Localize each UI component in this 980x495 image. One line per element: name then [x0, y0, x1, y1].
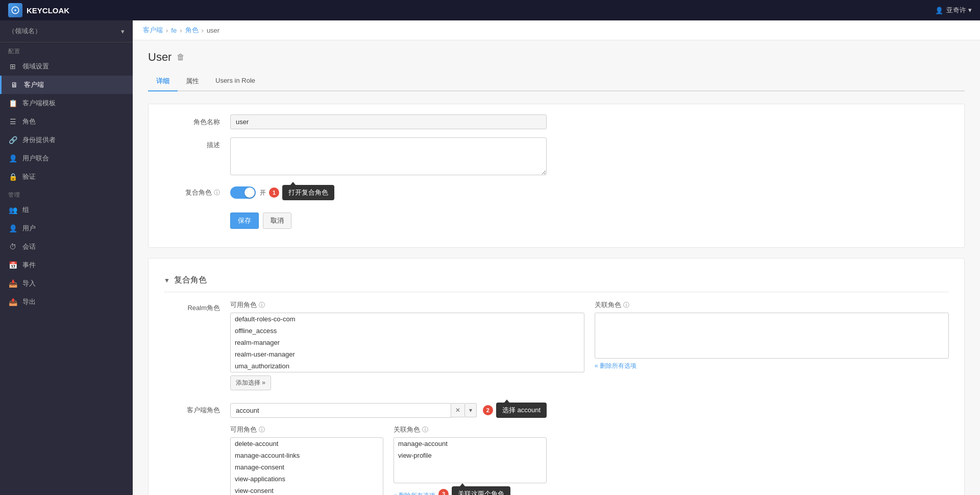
list-item[interactable]: view-applications: [231, 473, 383, 485]
client-associated-roles-list[interactable]: manage-account view-profile: [394, 437, 547, 483]
list-item[interactable]: delete-account: [231, 438, 383, 450]
sidebar-item-realm-settings[interactable]: ⊞ 领域设置: [0, 57, 133, 76]
composite-role-field: 开 1 打开复合角色: [230, 185, 547, 200]
list-item[interactable]: offline_access: [231, 325, 584, 337]
client-remove-all-button[interactable]: « 删除所有选项: [394, 491, 435, 496]
sidebar-item-roles[interactable]: ☰ 角色: [0, 112, 133, 131]
role-name-field: [230, 114, 547, 129]
breadcrumb-clients[interactable]: 客户端: [143, 26, 163, 35]
save-button[interactable]: 保存: [230, 213, 259, 229]
list-item[interactable]: manage-account-links: [231, 450, 383, 461]
user-menu[interactable]: 👤 亚奇许 ▾: [935, 6, 972, 15]
client-roles-content: ✕ ▾ 2 选择 account: [230, 403, 949, 495]
list-item[interactable]: manage-consent: [231, 461, 383, 473]
settings-icon: ⊞: [8, 62, 17, 70]
client-selector-dropdown-button[interactable]: ▾: [465, 403, 477, 417]
step-2-badge: 2: [483, 405, 493, 415]
roles-icon: ☰: [8, 117, 17, 126]
sidebar-item-import[interactable]: 📥 导入: [0, 274, 133, 293]
sidebar-item-label: 验证: [22, 172, 36, 181]
toggle-label: 开: [260, 188, 266, 197]
client-roles-row: 客户端角色 ✕ ▾ 2 选择 account: [164, 403, 949, 495]
action-buttons-row: 保存 取消: [164, 208, 949, 229]
sidebar-item-label: 用户联合: [22, 154, 49, 163]
composite-role-row: 复合角色 ⓘ 开: [164, 185, 949, 200]
list-item[interactable]: realm-user-manager: [231, 348, 584, 360]
list-item[interactable]: uma_authorization: [231, 360, 584, 372]
composite-role-label: 复合角色 ⓘ: [164, 185, 230, 197]
tooltip-associate-roles: 关联这两个角色: [452, 486, 510, 495]
toggle-thumb: [244, 187, 255, 198]
step-1-badge: 1: [269, 187, 279, 198]
auth-icon: 🔒: [8, 173, 17, 181]
sidebar-item-identity-providers[interactable]: 🔗 身份提供者: [0, 131, 133, 149]
realm-add-selected-button[interactable]: 添加选择 »: [230, 375, 271, 390]
tooltip-open-composite: 打开复合角色: [282, 185, 334, 200]
sidebar-item-label: 事件: [22, 261, 36, 270]
client-selector-clear-button[interactable]: ✕: [451, 403, 465, 417]
cancel-button[interactable]: 取消: [263, 213, 291, 229]
role-name-row: 角色名称: [164, 114, 949, 129]
description-row: 描述: [164, 137, 949, 177]
composite-section-header[interactable]: ▼ 复合角色: [164, 269, 949, 292]
chevron-down-icon: ▾: [121, 28, 125, 35]
tab-attributes[interactable]: 属性: [178, 72, 207, 91]
sidebar-item-label: 用户: [22, 224, 36, 233]
realm-available-roles-list[interactable]: default-roles-co-com offline_access real…: [230, 313, 584, 372]
breadcrumb-roles[interactable]: 角色: [185, 26, 199, 35]
sidebar-item-clients[interactable]: 🖥 客户端: [0, 76, 133, 94]
composite-toggle[interactable]: [230, 186, 256, 199]
breadcrumb: 客户端 › fe › 角色 › user: [133, 20, 980, 40]
breadcrumb-fe[interactable]: fe: [171, 27, 177, 34]
user-name: 亚奇许 ▾: [946, 6, 972, 15]
config-section-label: 配置: [0, 42, 133, 57]
list-item[interactable]: view-profile: [394, 450, 546, 461]
navbar: KEYCLOAK 👤 亚奇许 ▾: [0, 0, 980, 20]
description-input[interactable]: [230, 137, 547, 175]
client-available-tooltip: ⓘ: [259, 426, 265, 434]
client-selector-input[interactable]: [230, 403, 451, 418]
brand-name: KEYCLOAK: [27, 6, 69, 15]
sidebar-item-label: 客户端: [24, 80, 44, 89]
toggle-container: 开: [230, 186, 266, 199]
sidebar-item-sessions[interactable]: ⏱ 会话: [0, 238, 133, 256]
templates-icon: 📋: [8, 99, 17, 107]
client-available-roles-list[interactable]: delete-account manage-account-links mana…: [230, 437, 383, 495]
client-associated-roles-label: 关联角色 ⓘ: [394, 425, 547, 434]
client-role-label: 客户端角色: [164, 403, 230, 415]
client-associated-roles-column: 关联角色 ⓘ manage-account view-profile « 删除所…: [394, 425, 547, 495]
sidebar-item-groups[interactable]: 👥 组: [0, 201, 133, 219]
tab-details[interactable]: 详细: [148, 72, 178, 91]
sidebar-item-events[interactable]: 📅 事件: [0, 256, 133, 274]
realm-associated-roles-label: 关联角色 ⓘ: [595, 300, 949, 310]
role-name-input[interactable]: [230, 114, 547, 129]
realm-roles-content: 可用角色 ⓘ default-roles-co-com offline_acce…: [230, 300, 949, 390]
list-item[interactable]: manage-account: [394, 438, 546, 450]
sidebar-item-users[interactable]: 👤 用户: [0, 219, 133, 238]
sidebar-item-authentication[interactable]: 🔒 验证: [0, 168, 133, 186]
realm-available-roles-column: 可用角色 ⓘ default-roles-co-com offline_acce…: [230, 300, 584, 390]
toggle-track[interactable]: [230, 186, 256, 199]
realm-selector[interactable]: （领域名） ▾: [0, 20, 133, 42]
realm-remove-all-button[interactable]: « 删除所有选项: [595, 362, 636, 370]
step-3-badge: 3: [438, 489, 449, 495]
tab-users-in-role[interactable]: Users in Role: [207, 72, 263, 91]
sidebar-item-label: 身份提供者: [22, 135, 56, 145]
breadcrumb-current: user: [207, 27, 219, 34]
composite-roles-section: ▼ 复合角色 Realm角色 可用角色 ⓘ: [148, 258, 965, 495]
list-item[interactable]: realm-manager: [231, 337, 584, 348]
sidebar-item-user-federation[interactable]: 👤 用户联合: [0, 149, 133, 168]
events-icon: 📅: [8, 261, 17, 269]
tabs: 详细 属性 Users in Role: [148, 72, 965, 91]
list-item[interactable]: view-consent: [231, 485, 383, 495]
delete-role-icon[interactable]: 🗑: [177, 53, 185, 62]
page-title: User 🗑: [148, 51, 965, 64]
list-item[interactable]: default-roles-co-com: [231, 313, 584, 325]
import-icon: 📥: [8, 279, 17, 288]
sidebar-item-export[interactable]: 📤 导出: [0, 293, 133, 311]
breadcrumb-sep-1: ›: [166, 27, 168, 34]
realm-role-label: Realm角色: [164, 300, 230, 313]
export-icon: 📤: [8, 298, 17, 306]
sidebar-item-client-templates[interactable]: 📋 客户端模板: [0, 94, 133, 112]
realm-associated-roles-list[interactable]: [595, 313, 949, 359]
